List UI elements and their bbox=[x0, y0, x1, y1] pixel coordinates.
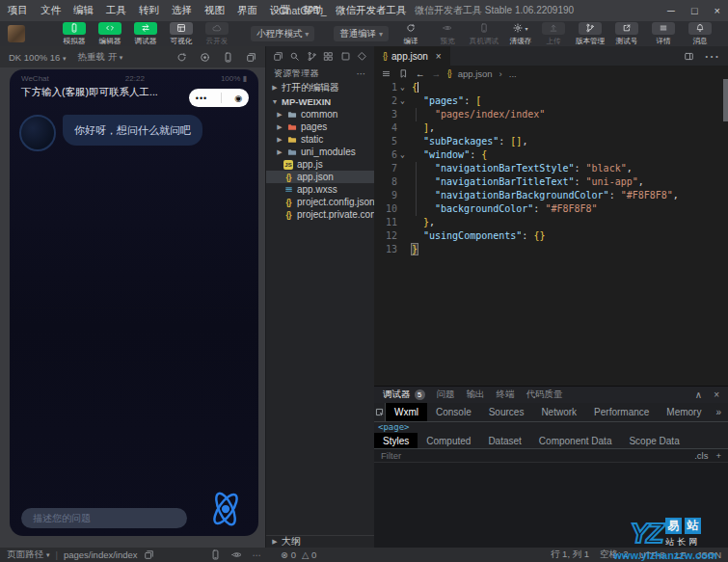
devtools-tab-performance[interactable]: Performance bbox=[585, 403, 658, 421]
npm-tools-icon[interactable] bbox=[357, 51, 367, 62]
devtools-tab-console[interactable]: Console bbox=[427, 403, 480, 421]
multi-window-icon[interactable] bbox=[246, 52, 256, 63]
fold-icon[interactable]: ⌄ bbox=[397, 81, 408, 94]
menu-item-微信开发者工具[interactable]: 微信开发者工具 bbox=[336, 4, 407, 17]
tree-item-pages[interactable]: ▶pages bbox=[266, 120, 374, 133]
mode-select[interactable]: 小程序模式▾ bbox=[251, 26, 314, 41]
tree-item-static[interactable]: ▶static bbox=[266, 133, 374, 146]
more-menu-button[interactable]: ••• bbox=[196, 94, 207, 103]
close-tab-icon[interactable]: × bbox=[436, 51, 442, 62]
files-icon[interactable] bbox=[273, 51, 283, 62]
back-icon[interactable]: ← bbox=[416, 68, 425, 79]
styles-tab-styles[interactable]: Styles bbox=[374, 433, 418, 448]
menu-item-编辑[interactable]: 编辑 bbox=[73, 4, 94, 17]
tree-item-uni_modules[interactable]: ▶uni_modules bbox=[266, 146, 374, 158]
question-input[interactable]: 描述您的问题 bbox=[21, 508, 187, 528]
tree-item-app-js[interactable]: JSapp.js bbox=[266, 158, 374, 171]
search-icon[interactable] bbox=[289, 51, 300, 62]
清缓存-button[interactable]: ▾清缓存 bbox=[504, 22, 537, 46]
panel-tab-调试器[interactable]: 调试器5 bbox=[383, 388, 425, 401]
devtools-tab-network[interactable]: Network bbox=[532, 403, 585, 421]
编译-button[interactable]: 编译 bbox=[394, 22, 427, 46]
版本管理-button[interactable]: 版本管理 bbox=[574, 22, 607, 46]
fold-icon[interactable]: ⌄ bbox=[397, 148, 408, 162]
outline-section[interactable]: ▶ 大纲 bbox=[266, 535, 374, 548]
panel-tab-终端[interactable]: 终端 bbox=[497, 388, 515, 401]
preview-icon[interactable] bbox=[340, 51, 351, 62]
styles-tab-scope-data[interactable]: Scope Data bbox=[620, 433, 688, 448]
forward-icon[interactable]: → bbox=[432, 68, 442, 79]
styles-tab-dataset[interactable]: Dataset bbox=[479, 433, 529, 448]
status-seg[interactable]: 空格: 2 bbox=[600, 549, 629, 561]
editor-scrollbar[interactable] bbox=[723, 79, 728, 121]
menu-item-视图[interactable]: 视图 bbox=[204, 4, 225, 17]
可视化-button[interactable]: 可视化 bbox=[165, 22, 198, 46]
编辑器-button[interactable]: 编辑器 bbox=[94, 22, 126, 46]
status-more-icon[interactable]: ⋯ bbox=[253, 549, 262, 560]
outline-list-icon[interactable] bbox=[381, 68, 391, 79]
调试器-button[interactable]: 调试器 bbox=[129, 22, 162, 46]
menu-item-文件[interactable]: 文件 bbox=[40, 4, 61, 17]
panel-tab-问题[interactable]: 问题 bbox=[437, 388, 455, 401]
tree-item-common[interactable]: ▶common bbox=[266, 108, 374, 120]
fold-icon[interactable]: ⌄ bbox=[397, 94, 408, 108]
device-zoom-select[interactable]: DK 100% 16 ▾ bbox=[9, 52, 67, 63]
cls-toggle[interactable]: .cls bbox=[694, 450, 708, 461]
error-count[interactable]: ⊗ 0 bbox=[281, 549, 296, 560]
code-editor[interactable]: 1⌄{2⌄"pages": [3"pages/index/index"4],5"… bbox=[374, 81, 728, 386]
filter-input[interactable]: Filter bbox=[381, 450, 401, 461]
预览-button[interactable]: 预览 bbox=[431, 22, 464, 46]
source-control-icon[interactable] bbox=[307, 51, 317, 62]
inspect-element-icon[interactable] bbox=[374, 403, 386, 421]
maximize-button[interactable]: □ bbox=[691, 5, 698, 16]
minimize-button[interactable]: ─ bbox=[667, 5, 675, 16]
collapse-panel-icon[interactable]: ∧ bbox=[695, 389, 702, 400]
wxml-element-snippet[interactable]: <page> bbox=[374, 422, 728, 433]
devtools-tab-wxml[interactable]: Wxml bbox=[386, 403, 427, 421]
panel-tab-输出[interactable]: 输出 bbox=[467, 388, 485, 401]
styles-tab-component-data[interactable]: Component Data bbox=[530, 433, 621, 448]
styles-tab-computed[interactable]: Computed bbox=[418, 433, 479, 448]
status-seg[interactable]: 行 1, 列 1 bbox=[551, 549, 589, 561]
split-editor-icon[interactable] bbox=[684, 51, 694, 62]
模拟器-button[interactable]: 模拟器 bbox=[58, 22, 91, 46]
tree-item-project-private-config-js---[interactable]: {}project.private.config.js... bbox=[266, 208, 374, 221]
close-panel-icon[interactable]: × bbox=[714, 389, 719, 400]
close-button[interactable]: × bbox=[715, 5, 720, 16]
devtools-tab-memory[interactable]: Memory bbox=[658, 403, 710, 421]
compile-mode-select[interactable]: 普通编译▾ bbox=[334, 26, 389, 41]
menu-item-转到[interactable]: 转到 bbox=[139, 4, 159, 17]
project-root-folder[interactable]: ▼ MP-WEIXIN bbox=[266, 94, 374, 108]
tree-item-app-json[interactable]: {}app.json bbox=[266, 171, 374, 183]
menu-item-项目[interactable]: 项目 bbox=[8, 4, 28, 17]
详情-button[interactable]: 详情 bbox=[647, 22, 680, 46]
device-frame-icon[interactable] bbox=[223, 52, 233, 63]
status-seg[interactable]: LF bbox=[676, 549, 687, 560]
测试号-button[interactable]: 测试号 bbox=[610, 22, 643, 46]
devtools-tab-sources[interactable]: Sources bbox=[480, 403, 533, 421]
remote-debug-icon[interactable] bbox=[210, 549, 221, 560]
add-style-button[interactable]: + bbox=[715, 450, 721, 461]
close-minimize-button[interactable]: ◉ bbox=[234, 94, 242, 103]
hot-reload-toggle[interactable]: 热重载 开 ▾ bbox=[78, 51, 123, 64]
refresh-simulator-icon[interactable] bbox=[176, 52, 187, 63]
menu-item-工具[interactable]: 工具 bbox=[106, 4, 126, 17]
menu-item-选择[interactable]: 选择 bbox=[172, 4, 192, 17]
status-seg[interactable]: UTF-8 bbox=[639, 549, 665, 560]
panel-tab-代码质量[interactable]: 代码质量 bbox=[526, 388, 563, 401]
menu-item-界面[interactable]: 界面 bbox=[237, 4, 257, 17]
tree-item-app-wxss[interactable]: app.wxss bbox=[266, 183, 374, 196]
user-avatar[interactable] bbox=[8, 25, 25, 42]
消息-button[interactable]: 消息 bbox=[684, 22, 716, 46]
上传-button[interactable]: 上传 bbox=[537, 22, 570, 46]
screen-record-icon[interactable] bbox=[200, 52, 210, 63]
tab-app-json[interactable]: {} app.json × bbox=[374, 46, 450, 66]
open-editors-section[interactable]: ▶ 打开的编辑器 bbox=[266, 81, 374, 94]
copy-path-icon[interactable] bbox=[144, 549, 154, 560]
page-path-select[interactable]: 页面路径 ▾ bbox=[7, 549, 50, 561]
explorer-more-icon[interactable]: ⋯ bbox=[357, 68, 366, 79]
status-seg[interactable]: JSON bbox=[697, 549, 721, 560]
extensions-icon[interactable] bbox=[323, 51, 334, 62]
bookmark-icon[interactable] bbox=[398, 68, 409, 79]
云开发-button[interactable]: 云开发 bbox=[201, 22, 233, 46]
